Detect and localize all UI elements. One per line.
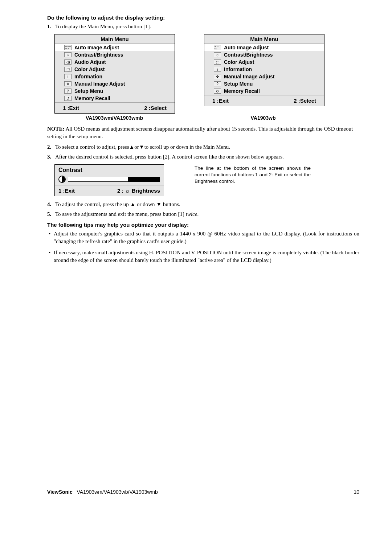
menu-title: Main Menu — [55, 34, 175, 44]
menu-captions: VA1903wm/VA1903wmb VA1903wb — [54, 115, 359, 121]
caption-right: VA1903wb — [203, 115, 323, 121]
recall-icon: ↺ — [214, 89, 221, 94]
menu-footer: 1 :Exit 2 :Select — [55, 102, 175, 113]
step-3: After the desired control is selected, p… — [47, 153, 359, 161]
menu-item-label: Memory Recall — [74, 95, 110, 101]
menu-item-label: Memory Recall — [224, 88, 260, 94]
contrast-title: Contrast — [58, 167, 160, 173]
footer-model: VA1903wm/VA1903wb/VA1903wmb — [77, 489, 158, 495]
menu-item-label: Color Adjust — [224, 59, 254, 65]
tip-2: If necessary, make small adjustments usi… — [47, 249, 359, 264]
select-label[interactable]: 2 :Select — [294, 98, 316, 104]
step-4: To adjust the control, press the up ▲ or… — [47, 201, 359, 208]
slider-fill — [128, 177, 160, 181]
main-menu-left: Main Menu AUTOSET Auto Image Adjust ☼ Co… — [54, 34, 175, 114]
menu-item-label: Setup Menu — [224, 81, 253, 87]
main-menu-right: Main Menu AUTOSET Auto Image Adjust ☼ Co… — [204, 34, 324, 106]
menu-item-manual-image-adjust[interactable]: ✥ Manual Image Adjust — [55, 80, 175, 87]
menu-item-label: Setup Menu — [74, 88, 103, 94]
question-icon: ? — [214, 81, 221, 86]
info-icon: i — [214, 67, 221, 72]
auto-set-icon: AUTOSET — [214, 45, 221, 50]
menu-item-memory-recall[interactable]: ↺ Memory Recall — [55, 95, 175, 102]
exit-label[interactable]: 1 :Exit — [212, 98, 229, 104]
menu-item-audio-adjust[interactable]: ◁) Audio Adjust — [55, 58, 175, 66]
move-icon: ✥ — [214, 74, 221, 79]
menu-item-contrast-brightness[interactable]: ☼ Contrast/Brightness — [55, 51, 175, 58]
speaker-icon: ◁) — [64, 59, 72, 65]
step-2: To select a control to adjust, press▲or▼… — [47, 143, 359, 151]
menu-item-label: Color Adjust — [74, 66, 105, 72]
menu-title: Main Menu — [204, 34, 324, 44]
page-footer: ViewSonic VA1903wm/VA1903wb/VA1903wmb 10 — [47, 489, 359, 495]
footer-brand: ViewSonic — [47, 489, 73, 495]
color-icon: ⬚ — [214, 59, 221, 65]
tip-1: Adjust the computer's graphics card so t… — [47, 230, 359, 245]
menu-item-label: Contrast/Brightness — [74, 52, 123, 58]
section-heading: Do the following to adjust the display s… — [47, 15, 359, 21]
menu-item-color-adjust[interactable]: ⬚ Color Adjust — [204, 58, 324, 66]
menu-item-label: Manual Image Adjust — [74, 81, 125, 87]
menu-item-label: Contrast/Brightness — [224, 52, 273, 58]
auto-set-icon: AUTOSET — [64, 45, 72, 50]
info-icon: i — [64, 74, 72, 79]
menu-item-manual-image-adjust[interactable]: ✥ Manual Image Adjust — [204, 73, 324, 80]
contrast-control-panel: Contrast 1 :Exit 2 : ☼ Brightness — [54, 164, 164, 196]
menu-item-auto-image-adjust[interactable]: AUTOSET Auto Image Adjust — [204, 44, 324, 51]
menu-item-label: Auto Image Adjust — [224, 45, 269, 50]
question-icon: ? — [64, 89, 72, 94]
brightness-icon: ☼ — [214, 52, 221, 57]
brightness-icon: ☼ — [64, 52, 72, 57]
leader-line — [168, 171, 190, 171]
menu-item-label: Manual Image Adjust — [224, 74, 275, 79]
menu-item-information[interactable]: i Information — [204, 66, 324, 73]
menu-footer: 1 :Exit 2 :Select — [204, 95, 324, 106]
color-icon: ⬚ — [64, 67, 72, 72]
exit-label[interactable]: 1 :Exit — [63, 105, 79, 111]
select-label[interactable]: 2 :Select — [144, 105, 167, 111]
contrast-knob-icon — [58, 176, 66, 183]
move-icon: ✥ — [64, 81, 72, 86]
note-paragraph: NOTE: All OSD menus and adjustment scree… — [47, 125, 359, 140]
menu-item-information[interactable]: i Information — [55, 73, 175, 80]
section-heading-2: The following tips may help you optimize… — [47, 222, 359, 228]
brightness-label[interactable]: 2 : ☼ Brightness — [117, 188, 160, 194]
menu-item-label: Audio Adjust — [74, 59, 106, 65]
step-1: To display the Main Menu, press button [… — [47, 23, 359, 30]
recall-icon: ↺ — [64, 96, 72, 101]
menu-comparison-row: Main Menu AUTOSET Auto Image Adjust ☼ Co… — [54, 34, 359, 114]
menu-item-setup-menu[interactable]: ? Setup Menu — [55, 87, 175, 95]
page-number: 10 — [354, 489, 359, 495]
slider-track[interactable] — [68, 177, 160, 182]
contrast-footer: 1 :Exit 2 : ☼ Brightness — [55, 185, 164, 196]
menu-item-label: Information — [74, 74, 102, 79]
menu-item-label: Auto Image Adjust — [74, 45, 119, 50]
caption-left: VA1903wm/VA1903wmb — [54, 115, 174, 121]
side-note: The line at the bottom of the screen sho… — [195, 165, 311, 185]
menu-item-contrast-brightness[interactable]: ☼ Contrast/Brightness — [204, 51, 324, 58]
menu-item-memory-recall[interactable]: ↺ Memory Recall — [204, 87, 324, 95]
menu-item-setup-menu[interactable]: ? Setup Menu — [204, 80, 324, 87]
menu-item-auto-image-adjust[interactable]: AUTOSET Auto Image Adjust — [55, 44, 175, 51]
contrast-slider[interactable] — [58, 176, 160, 183]
menu-item-color-adjust[interactable]: ⬚ Color Adjust — [55, 66, 175, 73]
menu-item-label: Information — [224, 66, 252, 72]
exit-label[interactable]: 1 :Exit — [58, 188, 75, 194]
step-5: To save the adjustments and exit the men… — [47, 210, 359, 218]
